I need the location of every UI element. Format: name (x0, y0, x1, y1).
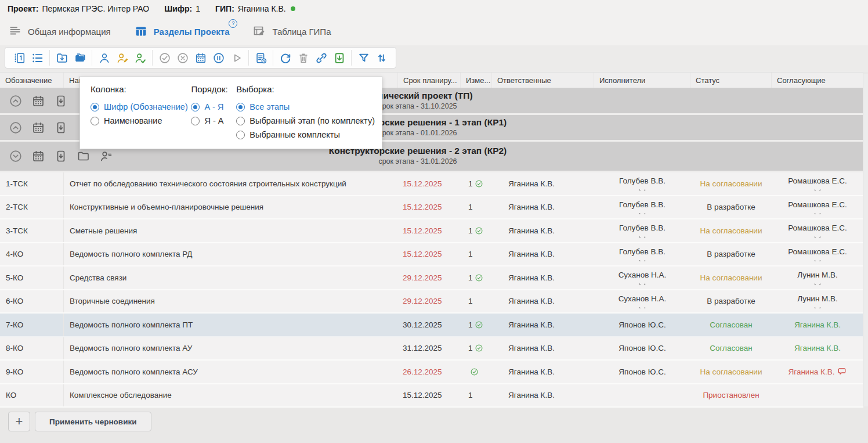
play-button[interactable] (227, 50, 245, 66)
add-row-button[interactable]: + (8, 412, 30, 431)
radio-label: Выбранный этап (по комплекту) (249, 115, 375, 127)
export-download-button[interactable] (330, 50, 348, 66)
tab-gip-table[interactable]: Таблица ГИПа (252, 24, 331, 38)
calendar-icon[interactable] (31, 121, 45, 135)
app-window: Проект: Пермская ГРЭС. Интер РАО Шифр: 1… (0, 0, 868, 443)
cancel-circle-button[interactable] (173, 50, 191, 66)
executor-name: Голубев В.В. (619, 224, 666, 232)
row-code: 5-КО (0, 266, 64, 289)
executor-expand-icon[interactable] (639, 210, 646, 214)
radio-option[interactable]: Выбранные комплекты (236, 129, 375, 141)
radio-icon (91, 117, 99, 125)
column-header-revision[interactable]: Изме... (461, 73, 492, 88)
folder-download-button[interactable] (53, 50, 71, 66)
folders-icon (74, 52, 86, 64)
checklist-button[interactable] (28, 50, 46, 66)
toolbar-area (0, 45, 868, 72)
radio-option[interactable]: Я - А (191, 115, 236, 127)
link-button[interactable] (312, 50, 330, 66)
calendar-icon[interactable] (31, 149, 45, 163)
radio-option[interactable]: А - Я (191, 101, 236, 113)
column-header-responsible[interactable]: Ответственные (492, 73, 594, 88)
calendar-icon[interactable] (31, 94, 45, 108)
project-value: Пермская ГРЭС. Интер РАО (42, 4, 149, 13)
radio-option[interactable]: Выбранный этап (по комплекту) (236, 115, 375, 127)
executor-expand-icon[interactable] (639, 257, 646, 261)
expand-group-icon[interactable] (9, 149, 23, 163)
apply-drafts-button[interactable]: Применить черновики (35, 412, 151, 431)
folder-icon[interactable] (77, 149, 91, 163)
sort-button[interactable] (372, 50, 390, 66)
collapse-group-icon[interactable] (9, 94, 23, 108)
help-badge[interactable]: ? (229, 19, 237, 28)
file-download-icon[interactable] (54, 94, 68, 108)
file-download-icon[interactable] (54, 121, 68, 135)
comment-icon[interactable] (837, 367, 847, 376)
person-check-button[interactable] (131, 50, 149, 66)
radio-option[interactable]: Наименование (91, 115, 191, 127)
table-row[interactable]: 7-КО Ведомость полного комплекта ПТ 30.1… (0, 314, 863, 337)
pause-circle-button[interactable] (209, 50, 227, 66)
table-row[interactable]: КО Комплексное обследование 15.12.2025 1… (0, 384, 863, 408)
executor-expand-icon[interactable] (639, 233, 646, 237)
column-header-approvers[interactable]: Согласующие (772, 73, 863, 88)
folders-button[interactable] (71, 50, 89, 66)
approver-expand-icon[interactable] (814, 280, 821, 284)
approver-expand-icon[interactable] (814, 186, 821, 190)
report-clock-button[interactable] (252, 50, 270, 66)
row-name: Ведомость полного комплекта ПТ (64, 320, 398, 329)
table-row[interactable]: 1-ТСК Отчет по обследованию технического… (0, 172, 863, 196)
file-download-icon[interactable] (54, 149, 68, 163)
folder-download-icon (56, 52, 68, 64)
revision-approved-icon (470, 368, 479, 376)
document-number-button[interactable] (10, 50, 28, 66)
row-revision: 1 (461, 344, 492, 352)
row-name: Комплексное обследование (64, 391, 398, 399)
executor-name: Голубев В.В. (619, 200, 666, 209)
table-row[interactable]: 8-КО Ведомость полного комплекта АУ 31.1… (0, 337, 863, 361)
executor-expand-icon[interactable] (639, 280, 646, 284)
radio-option[interactable]: Шифр (Обозначение) (91, 101, 191, 113)
refresh-button[interactable] (276, 50, 294, 66)
table-row[interactable]: 3-ТСК Сметные решения 15.12.2025 1 Ягани… (0, 219, 863, 243)
approver-expand-icon[interactable] (814, 304, 821, 308)
gip-label: ГИП: (215, 4, 234, 13)
person-settings-icon[interactable] (99, 149, 113, 163)
executor-expand-icon[interactable] (639, 186, 646, 190)
radio-icon (91, 103, 99, 111)
row-approver: Ромашкова Е.С. (772, 224, 863, 237)
approver-expand-icon[interactable] (814, 233, 821, 237)
table-row[interactable]: 9-КО Ведомость полного комплекта АСУ 26.… (0, 361, 863, 384)
tab-project-sections[interactable]: Разделы Проекта ? (134, 24, 230, 38)
trash-button[interactable] (294, 50, 312, 66)
executor-expand-icon[interactable] (639, 304, 646, 308)
row-approver: Лунин М.В. (772, 294, 863, 308)
row-status: Согласован (690, 320, 772, 329)
table-row[interactable]: 4-КО Ведомость полного комплекта РД 15.1… (0, 243, 863, 267)
vertical-scrollbar[interactable] (863, 74, 868, 406)
person-edit-button[interactable] (113, 50, 131, 66)
filter-button[interactable] (355, 50, 372, 66)
row-status: В разработке (690, 203, 772, 211)
collapse-group-icon[interactable] (9, 121, 23, 135)
calendar-button[interactable] (191, 50, 209, 66)
tab-general-info[interactable]: Общая информация (8, 24, 111, 38)
table-row[interactable]: 6-КО Вторичные соединения 29.12.2025 1 Я… (0, 290, 863, 314)
approver-expand-icon[interactable] (814, 257, 821, 261)
person-button[interactable] (95, 50, 113, 66)
row-name: Вторичные соединения (64, 297, 398, 305)
row-due-date: 31.12.2025 (398, 344, 461, 352)
column-header-designation[interactable]: Обозначение (0, 73, 64, 88)
table-row[interactable]: 5-КО Средства связи 29.12.2025 1 Яганина… (0, 266, 863, 290)
row-due-date: 15.12.2025 (398, 226, 461, 235)
column-header-status[interactable]: Статус (690, 73, 772, 88)
row-revision: 1 (461, 250, 492, 258)
revision-number: 1 (468, 226, 473, 235)
column-header-executors[interactable]: Исполнители (594, 73, 690, 88)
executor-name: Голубев В.В. (619, 177, 666, 185)
radio-option[interactable]: Все этапы (236, 101, 375, 113)
table-row[interactable]: 2-ТСК Конструктивные и объемно-планирово… (0, 196, 863, 220)
column-header-due[interactable]: Срок планиру... (398, 73, 461, 88)
approver-expand-icon[interactable] (814, 210, 821, 214)
approve-circle-button[interactable] (155, 50, 173, 66)
